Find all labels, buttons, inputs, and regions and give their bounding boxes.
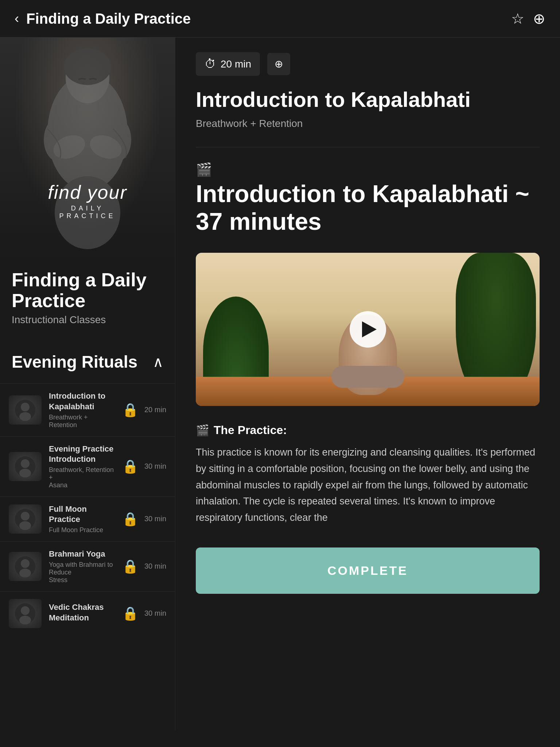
left-panel: find your DAILY PRACTICE Finding a Daily… bbox=[0, 38, 175, 731]
header-right: ☆ ⊕ bbox=[511, 10, 545, 27]
lesson-right: 🔒 30 min bbox=[122, 606, 166, 621]
lock-icon: 🔒 bbox=[122, 459, 139, 474]
svg-point-12 bbox=[21, 459, 30, 468]
lesson-thumb-graphic bbox=[14, 603, 36, 624]
lesson-category: Yoga with Brahmari to ReduceStress bbox=[49, 561, 115, 584]
practice-header: 🎬 The Practice: bbox=[196, 423, 540, 437]
svg-point-15 bbox=[21, 512, 30, 520]
section-title: Evening Rituals bbox=[12, 352, 137, 372]
svg-point-22 bbox=[19, 616, 31, 624]
evening-rituals-section-header[interactable]: Evening Rituals ∧ bbox=[0, 340, 175, 383]
lesson-duration: 20 min bbox=[144, 406, 166, 414]
lesson-right: 🔒 30 min bbox=[122, 559, 166, 574]
lesson-info: Full Moon Practice Full Moon Practice bbox=[49, 504, 115, 534]
lesson-duration: 30 min bbox=[144, 515, 166, 523]
svg-point-19 bbox=[19, 569, 31, 577]
duration-badge: ⏱ 20 min bbox=[196, 52, 260, 76]
back-button[interactable]: ‹ bbox=[15, 11, 19, 26]
meta-row: ⏱ 20 min ⊕ bbox=[196, 52, 540, 76]
practice-description: This practice is known for its energizin… bbox=[196, 444, 540, 526]
hero-find-your-text: find your bbox=[44, 181, 131, 203]
video-flag-icon: 🎬 bbox=[196, 162, 540, 177]
svg-point-21 bbox=[21, 606, 30, 615]
svg-point-13 bbox=[19, 469, 31, 477]
share-link-icon[interactable]: ⊕ bbox=[533, 10, 545, 27]
header-title: Finding a Daily Practice bbox=[26, 11, 191, 27]
lesson-info: Brahmari Yoga Yoga with Brahmari to Redu… bbox=[49, 549, 115, 584]
right-panel: ⏱ 20 min ⊕ Introduction to Kapalabhati B… bbox=[175, 38, 560, 731]
hero-overlay: find your DAILY PRACTICE bbox=[44, 181, 131, 220]
lesson-name: Vedic Chakras Meditation bbox=[49, 602, 115, 623]
svg-point-18 bbox=[21, 559, 30, 568]
lesson-thumbnail bbox=[9, 599, 42, 628]
lock-icon: 🔒 bbox=[122, 606, 139, 621]
complete-button[interactable]: COMPLETE bbox=[196, 547, 540, 594]
video-title: Introduction to Kapalabhati ~ 37 minutes bbox=[196, 180, 540, 236]
lesson-item[interactable]: Full Moon Practice Full Moon Practice 🔒 … bbox=[0, 496, 175, 541]
lesson-duration: 30 min bbox=[144, 609, 166, 618]
lesson-list: Introduction toKapalabhati Breathwork + … bbox=[0, 383, 175, 635]
lesson-thumb-graphic bbox=[14, 399, 36, 421]
lesson-item[interactable]: Evening PracticeIntroduction Breathwork,… bbox=[0, 436, 175, 496]
lesson-thumbnail bbox=[9, 452, 42, 481]
course-subtitle: Instructional Classes bbox=[12, 314, 163, 326]
lesson-name: Introduction toKapalabhati bbox=[49, 391, 115, 412]
lock-icon: 🔒 bbox=[122, 402, 139, 418]
lesson-right: 🔒 30 min bbox=[122, 459, 166, 474]
lesson-name: Brahmari Yoga bbox=[49, 549, 115, 560]
svg-point-9 bbox=[21, 403, 30, 411]
bookmark-icon[interactable]: ☆ bbox=[511, 10, 524, 27]
lesson-thumb-graphic bbox=[14, 556, 36, 577]
lesson-item[interactable]: Introduction toKapalabhati Breathwork + … bbox=[0, 383, 175, 436]
video-legs bbox=[331, 366, 404, 388]
lesson-thumb-graphic bbox=[14, 508, 36, 530]
lock-icon: 🔒 bbox=[122, 559, 139, 574]
clock-icon: ⏱ bbox=[205, 57, 216, 71]
lesson-info: Introduction toKapalabhati Breathwork + … bbox=[49, 391, 115, 429]
lesson-category: Breathwork + Retention bbox=[49, 414, 115, 429]
detail-title: Introduction to Kapalabhati bbox=[196, 88, 540, 112]
video-player[interactable] bbox=[196, 253, 540, 406]
detail-link-badge[interactable]: ⊕ bbox=[267, 53, 290, 75]
lesson-right: 🔒 30 min bbox=[122, 511, 166, 527]
lesson-name: Full Moon Practice bbox=[49, 504, 115, 525]
lesson-thumbnail bbox=[9, 395, 42, 425]
svg-point-10 bbox=[19, 412, 31, 421]
course-title: Finding a Daily Practice bbox=[12, 270, 163, 311]
detail-category: Breathwork + Retention bbox=[196, 118, 540, 129]
duration-text: 20 min bbox=[221, 58, 251, 70]
lesson-category: Breathwork, Retention +Asana bbox=[49, 466, 115, 489]
practice-label: The Practice: bbox=[214, 423, 287, 437]
lesson-thumb-graphic bbox=[14, 456, 36, 477]
svg-point-2 bbox=[64, 49, 111, 85]
hero-daily-practice-text: DAILY PRACTICE bbox=[44, 205, 131, 220]
lesson-thumbnail bbox=[9, 552, 42, 581]
hero-image: find your DAILY PRACTICE bbox=[0, 38, 175, 256]
chevron-up-icon: ∧ bbox=[153, 353, 163, 370]
lesson-item[interactable]: Vedic Chakras Meditation 🔒 30 min bbox=[0, 591, 175, 635]
main-content: find your DAILY PRACTICE Finding a Daily… bbox=[0, 38, 560, 731]
course-info: Finding a Daily Practice Instructional C… bbox=[0, 256, 175, 333]
lesson-right: 🔒 20 min bbox=[122, 402, 166, 418]
lock-icon: 🔒 bbox=[122, 511, 139, 527]
lesson-thumbnail bbox=[9, 504, 42, 534]
hero-person-figure bbox=[0, 38, 175, 256]
lesson-item[interactable]: Brahmari Yoga Yoga with Brahmari to Redu… bbox=[0, 541, 175, 591]
play-triangle-icon bbox=[362, 321, 377, 337]
lesson-info: Evening PracticeIntroduction Breathwork,… bbox=[49, 444, 115, 489]
play-button[interactable] bbox=[350, 311, 386, 348]
lesson-name: Evening PracticeIntroduction bbox=[49, 444, 115, 465]
practice-flag-icon: 🎬 bbox=[196, 424, 209, 437]
header: ‹ Finding a Daily Practice ☆ ⊕ bbox=[0, 0, 560, 38]
lesson-duration: 30 min bbox=[144, 462, 166, 471]
lesson-duration: 30 min bbox=[144, 562, 166, 570]
lesson-info: Vedic Chakras Meditation bbox=[49, 602, 115, 624]
header-left: ‹ Finding a Daily Practice bbox=[15, 11, 191, 27]
lesson-category: Full Moon Practice bbox=[49, 526, 115, 534]
svg-point-16 bbox=[19, 521, 31, 530]
section-divider bbox=[196, 147, 540, 147]
